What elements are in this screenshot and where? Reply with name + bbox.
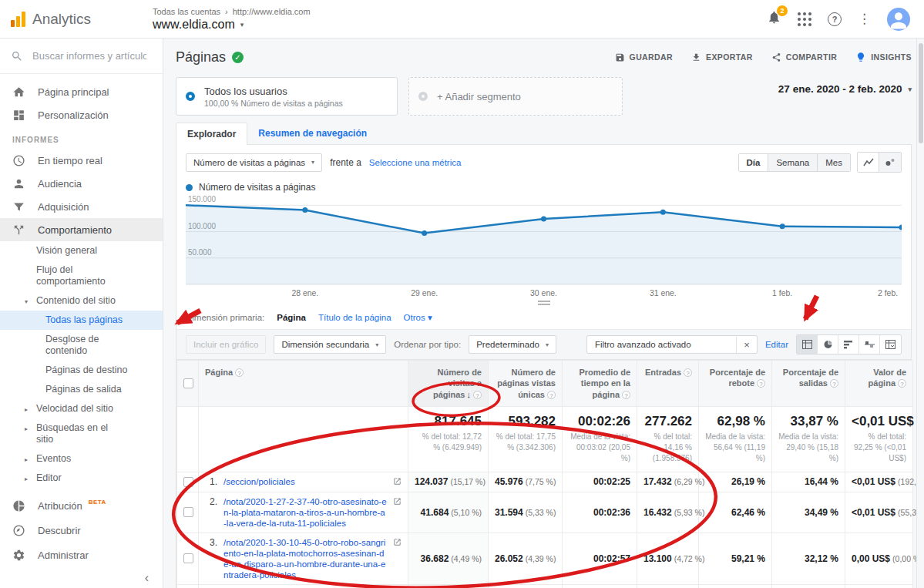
add-segment-button[interactable]: + Añadir segmento	[408, 77, 623, 116]
granularity-week-button[interactable]: Semana	[768, 154, 818, 171]
view-comparison-button[interactable]	[859, 335, 880, 354]
dimension-page[interactable]: Página	[277, 313, 306, 322]
help-icon[interactable]: ?	[622, 391, 630, 399]
line-chart-mode-button[interactable]	[858, 153, 879, 172]
help-icon[interactable]: ?	[898, 379, 906, 388]
pages-table: Página? Número de visitas a páginas↓? Nú…	[176, 360, 913, 588]
sidebar-item-attribution[interactable]: Atribución BETA	[0, 493, 163, 518]
sort-type-selector[interactable]: Predeterminado ▾	[469, 335, 556, 354]
sidebar-item-home[interactable]: Página principal	[0, 80, 163, 103]
export-button[interactable]: EXPORTAR	[691, 52, 753, 62]
select-all-checkbox[interactable]	[183, 378, 193, 388]
sidebar-nav: Página principal Personalización INFORME…	[0, 74, 163, 493]
column-header-unique-pageviews[interactable]: Número de páginas vistas únicas?	[489, 361, 563, 407]
property-selector[interactable]: www.eldia.com ▾	[153, 18, 311, 32]
segment-ring-icon	[418, 92, 428, 101]
tab-explorer[interactable]: Explorador	[176, 123, 247, 145]
share-button[interactable]: COMPARTIR	[771, 52, 837, 62]
date-range-picker[interactable]: 27 ene. 2020 - 2 feb. 2020 ▾	[778, 83, 912, 116]
page-link[interactable]: /nota/2020-1-27-2-37-40-otro-asesinato-e…	[223, 496, 387, 529]
sidebar-item-behavior-flow[interactable]: Flujo del comportamiento	[0, 260, 163, 291]
sidebar-item-discover[interactable]: Descubrir	[0, 518, 163, 543]
help-icon[interactable]: ?	[830, 379, 838, 388]
help-icon[interactable]: ?	[547, 391, 556, 399]
page-link[interactable]: /nota/2020-1-30-10-45-0-otro-robo-sangri…	[223, 537, 387, 580]
secondary-dimension-selector[interactable]: Dimensión secundaria ▾	[274, 335, 386, 354]
select-metric-link[interactable]: Seleccione una métrica	[369, 158, 462, 167]
edit-filter-link[interactable]: Editar	[765, 340, 788, 349]
sidebar-item-events[interactable]: ▸ Eventos	[0, 449, 163, 469]
sidebar-item-site-content[interactable]: ▾ Contenido del sitio	[0, 291, 163, 311]
more-vertical-icon[interactable]: ⋮	[858, 11, 871, 27]
view-performance-button[interactable]	[838, 335, 859, 354]
apps-grid-icon[interactable]	[798, 12, 811, 26]
row-checkbox[interactable]	[183, 477, 193, 487]
sidebar-item-personalization[interactable]: Personalización	[0, 103, 163, 126]
column-header-page-value[interactable]: Valor de página?	[845, 361, 913, 407]
column-header-avg-time[interactable]: Promedio de tiempo en la página?	[563, 361, 637, 407]
segment-all-users[interactable]: Todos los usuarios 100,00 % Número de vi…	[176, 77, 398, 116]
motion-chart-mode-button[interactable]	[879, 153, 901, 172]
granularity-month-button[interactable]: Mes	[818, 154, 850, 171]
row-checkbox[interactable]	[183, 507, 193, 517]
view-table-button[interactable]	[797, 335, 818, 354]
sidebar-item-site-search[interactable]: ▸ Búsquedas en el sitio	[0, 418, 163, 449]
view-pivot-button[interactable]	[880, 335, 901, 354]
sidebar-item-all-pages[interactable]: Todas las páginas	[0, 311, 163, 330]
sidebar-item-experiments[interactable]: ▸ Experimentos	[0, 488, 163, 493]
column-header-bounce-rate[interactable]: Porcentaje de rebote?	[699, 361, 772, 407]
sidebar-item-acquisition[interactable]: Adquisición	[0, 195, 163, 218]
page-link[interactable]: /seccion/policiales	[223, 476, 387, 487]
sidebar-search[interactable]	[0, 39, 163, 74]
remove-filter-button[interactable]: ×	[736, 337, 757, 353]
view-percentage-button[interactable]	[818, 335, 838, 354]
sidebar-item-behavior[interactable]: Comportamiento	[0, 218, 163, 241]
breadcrumb-accounts[interactable]: Todas las cuentas	[153, 7, 220, 16]
plot-rows-button[interactable]: Incluir en gráfico	[186, 335, 266, 354]
help-icon[interactable]: ?	[473, 391, 482, 399]
help-icon[interactable]: ?	[828, 12, 842, 26]
sidebar-item-behavior-overview[interactable]: Visión general	[0, 241, 163, 260]
search-input[interactable]	[32, 50, 146, 62]
analytics-home-link[interactable]: Analytics	[0, 11, 153, 28]
summary-entrances: 277.262 % del total: 14,16 % (1.958.576)	[637, 406, 699, 472]
column-header-entrances[interactable]: Entradas?	[637, 361, 699, 407]
granularity-day-button[interactable]: Día	[739, 154, 769, 171]
open-in-new-icon[interactable]	[393, 477, 402, 488]
column-header-pageviews[interactable]: Número de visitas a páginas↓?	[408, 361, 489, 407]
help-icon[interactable]: ?	[235, 368, 244, 377]
column-header-exit-rate[interactable]: Porcentaje de salidas?	[772, 361, 845, 407]
column-header-page[interactable]: Página?	[199, 361, 408, 407]
avatar[interactable]	[887, 8, 910, 31]
notifications-button[interactable]: 2	[767, 10, 781, 28]
sidebar-collapse-button[interactable]: ‹	[0, 567, 163, 588]
open-in-new-icon[interactable]	[393, 538, 402, 549]
sidebar-item-exit-pages[interactable]: Páginas de salida	[0, 380, 163, 399]
row-checkbox[interactable]	[183, 553, 193, 563]
sidebar-item-landing-pages[interactable]: Páginas de destino	[0, 361, 163, 380]
timeseries-chart[interactable]: 50.000100.000150.00028 ene.29 ene.30 ene…	[186, 196, 902, 305]
account-switcher[interactable]: Todas las cuentas › http://www.eldia.com…	[153, 7, 311, 32]
insights-button[interactable]: INSIGHTS	[855, 52, 912, 62]
cell-unique-pageviews: 45.976(7,75 %)	[489, 472, 563, 492]
sidebar-item-content-drilldown[interactable]: Desglose de contenido	[0, 330, 163, 361]
primary-dimension-row: Dimensión primaria: Página Título de la …	[176, 305, 911, 329]
help-icon[interactable]: ?	[684, 368, 692, 377]
metric-selector[interactable]: Número de visitas a páginas ▾	[186, 153, 322, 172]
open-in-new-icon[interactable]	[393, 497, 402, 508]
scrollbar-thumb[interactable]	[919, 43, 923, 143]
sidebar-item-admin[interactable]: Administrar	[0, 543, 163, 567]
sidebar-item-realtime[interactable]: En tiempo real	[0, 149, 163, 172]
cell-avg-time: 00:02:57	[563, 533, 637, 584]
sidebar-item-audience[interactable]: Audiencia	[0, 172, 163, 195]
tab-navigation-summary[interactable]: Resumen de navegación	[247, 123, 378, 144]
dimension-page-title[interactable]: Título de la página	[318, 313, 391, 322]
breadcrumb-property-url[interactable]: http://www.eldia.com	[233, 7, 311, 16]
help-icon[interactable]: ?	[757, 379, 765, 388]
sidebar-item-site-speed[interactable]: ▸ Velocidad del sitio	[0, 399, 163, 418]
sidebar-item-publisher[interactable]: ▸ Editor	[0, 469, 163, 488]
save-button[interactable]: GUARDAR	[615, 52, 673, 62]
dimension-others[interactable]: Otros ▾	[404, 312, 432, 323]
vertical-scrollbar[interactable]	[916, 39, 924, 588]
chart-scroll-handle[interactable]	[538, 301, 550, 305]
